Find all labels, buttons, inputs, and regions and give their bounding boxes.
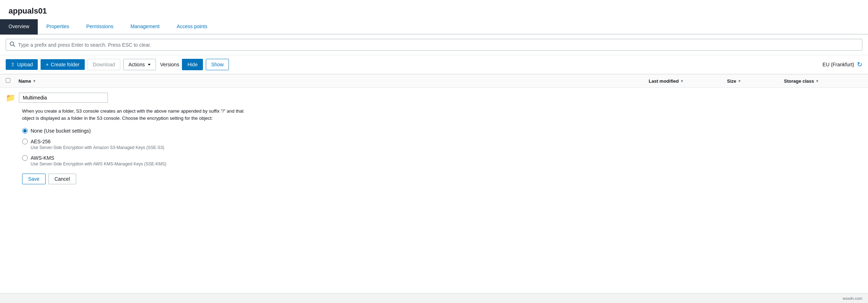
actions-button[interactable]: Actions — [123, 59, 156, 70]
col-storage-header[interactable]: Storage class ▼ — [784, 78, 862, 84]
col-size-header[interactable]: Size ▼ — [727, 78, 784, 84]
encryption-none-radio[interactable] — [22, 128, 28, 134]
tab-access-points[interactable]: Access points — [168, 19, 216, 35]
hide-button[interactable]: Hide — [182, 59, 203, 70]
col-modified-header[interactable]: Last modified ▼ — [649, 78, 727, 84]
footer-url: wsxdn.com — [843, 296, 862, 301]
table-area: Name ▼ Last modified ▼ Size ▼ Storage cl… — [0, 74, 868, 191]
toolbar-right: EU (Frankfurt) ↻ — [822, 61, 862, 68]
encryption-awskms-label[interactable]: AWS-KMS — [22, 155, 862, 161]
toolbar: ⇧ Upload + Create folder Download Action… — [0, 55, 868, 74]
chevron-down-icon — [148, 64, 151, 66]
refresh-button[interactable]: ↻ — [857, 61, 862, 68]
encryption-none-label[interactable]: None (Use bucket settings) — [22, 128, 862, 134]
plus-icon: + — [46, 62, 48, 67]
encryption-awskms-radio[interactable] — [22, 155, 28, 161]
tab-management[interactable]: Management — [122, 19, 168, 35]
svg-point-0 — [10, 42, 14, 46]
storage-sort-arrow: ▼ — [816, 79, 819, 83]
search-input[interactable] — [18, 42, 858, 48]
region-label: EU (Frankfurt) — [822, 62, 854, 67]
encryption-awskms-sublabel: Use Server-Side Encryption with AWS KMS-… — [31, 161, 862, 166]
svg-line-1 — [14, 45, 15, 47]
save-button[interactable]: Save — [22, 174, 46, 184]
upload-button[interactable]: ⇧ Upload — [6, 59, 38, 70]
cancel-button[interactable]: Cancel — [48, 174, 76, 184]
encryption-option-aes256: AES-256 Use Server-Side Encryption with … — [22, 139, 862, 150]
create-folder-button[interactable]: + Create folder — [41, 59, 84, 70]
search-bar-row — [0, 35, 868, 55]
page-title: appuals01 — [9, 6, 859, 16]
size-sort-arrow: ▼ — [738, 79, 741, 83]
encryption-option-awskms: AWS-KMS Use Server-Side Encryption with … — [22, 155, 862, 166]
versions-label: Versions — [160, 62, 179, 67]
search-bar — [6, 39, 862, 51]
folder-form-row: 📁 — [0, 88, 868, 103]
folder-name-input[interactable] — [19, 93, 108, 103]
encryption-aes256-sublabel: Use Server-Side Encryption with Amazon S… — [31, 145, 862, 150]
show-button[interactable]: Show — [206, 59, 229, 70]
table-header-row: Name ▼ Last modified ▼ Size ▼ Storage cl… — [0, 74, 868, 88]
download-button: Download — [88, 59, 120, 70]
form-actions: Save Cancel — [0, 166, 868, 191]
encryption-section: None (Use bucket settings) AES-256 Use S… — [0, 122, 868, 166]
encryption-aes256-radio[interactable] — [22, 139, 28, 144]
select-all-checkbox[interactable] — [6, 78, 10, 83]
tab-properties[interactable]: Properties — [38, 19, 78, 35]
search-icon — [10, 41, 15, 48]
refresh-icon: ↻ — [857, 61, 862, 68]
name-sort-arrow: ▼ — [32, 79, 36, 83]
tab-overview[interactable]: Overview — [0, 19, 38, 35]
col-name-header[interactable]: Name ▼ — [19, 78, 649, 84]
tabs-bar: Overview Properties Permissions Manageme… — [0, 19, 868, 35]
encryption-option-none: None (Use bucket settings) — [22, 128, 862, 134]
folder-icon: 📁 — [6, 93, 15, 103]
modified-sort-arrow: ▼ — [680, 79, 684, 83]
folder-description: When you create a folder, S3 console cre… — [0, 103, 249, 122]
encryption-radio-group: None (Use bucket settings) AES-256 Use S… — [22, 128, 862, 166]
select-all-checkbox-col — [6, 78, 19, 84]
upload-icon: ⇧ — [11, 62, 15, 67]
footer-bar: wsxdn.com — [0, 293, 868, 303]
encryption-aes256-label[interactable]: AES-256 — [22, 139, 862, 144]
tab-permissions[interactable]: Permissions — [78, 19, 122, 35]
